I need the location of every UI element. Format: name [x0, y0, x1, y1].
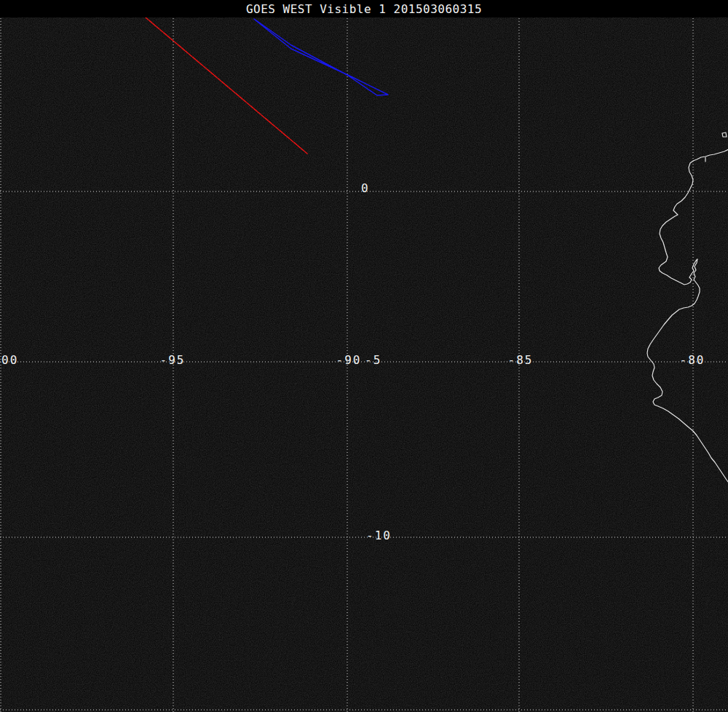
- lon-label--90: -90: [336, 353, 362, 367]
- lat-label--10: -10: [366, 529, 392, 542]
- satellite-map-canvas: 00-95-90-85-800-5-10: [0, 0, 728, 712]
- image-noise-texture: [0, 17, 728, 712]
- lat-label-0: 0: [361, 181, 370, 195]
- satellite-display-window: GOES WEST Visible 1 201503060315 00-95-9…: [0, 0, 728, 712]
- lon-label--95: -95: [160, 353, 186, 367]
- image-title: GOES WEST Visible 1 201503060315: [0, 0, 728, 17]
- night-visible-image: [0, 17, 728, 712]
- lat-label--5: -5: [365, 353, 381, 367]
- lon-label--85: -85: [508, 353, 534, 367]
- lon-label--80: -80: [680, 353, 705, 367]
- lon-label-00: 00: [1, 353, 18, 367]
